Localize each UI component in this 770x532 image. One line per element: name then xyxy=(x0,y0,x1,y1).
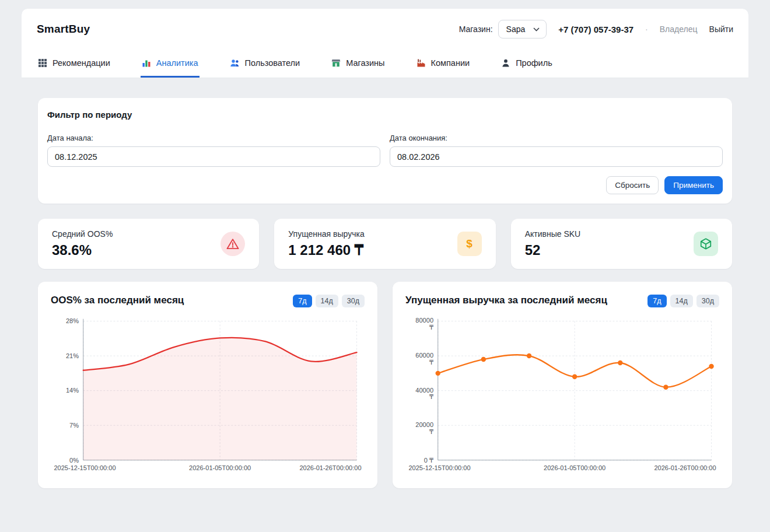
stat-card-active-sku: Активные SKU 52 xyxy=(511,219,732,269)
tab-stores[interactable]: Магазины xyxy=(330,50,386,78)
nav-tabs: Рекомендации Аналитика Пользователи Мага… xyxy=(22,50,748,78)
stat-label: Активные SKU xyxy=(525,229,581,239)
grid-icon xyxy=(38,58,47,68)
dollar-icon: $ xyxy=(457,232,482,256)
logout-button[interactable]: Выйти xyxy=(709,24,733,34)
period-7d-button[interactable]: 7д xyxy=(648,295,666,307)
tab-label: Магазины xyxy=(346,58,384,68)
svg-text:28%: 28% xyxy=(66,317,79,324)
svg-text:2025-12-15T00:00:00: 2025-12-15T00:00:00 xyxy=(408,464,470,471)
users-icon xyxy=(230,58,240,68)
end-date-label: Дата окончания: xyxy=(390,134,723,142)
period-filter-card: Фильтр по периоду Дата начала: Дата окон… xyxy=(38,98,732,204)
tab-profile[interactable]: Профиль xyxy=(500,50,554,78)
oos-chart: 0%7%14%21%28%2025-12-15T00:00:002026-01-… xyxy=(51,314,365,482)
start-date-input[interactable] xyxy=(47,146,380,167)
svg-text:14%: 14% xyxy=(66,387,79,394)
period-30d-button[interactable]: 30д xyxy=(342,295,365,307)
svg-text:2026-01-05T00:00:00: 2026-01-05T00:00:00 xyxy=(189,464,251,471)
dollar-glyph: $ xyxy=(466,237,473,250)
period-14d-button[interactable]: 14д xyxy=(316,295,338,307)
period-toggle: 7д 14д 30д xyxy=(293,295,365,307)
tab-analytics[interactable]: Аналитика xyxy=(141,50,200,78)
phone-number: +7 (707) 057-39-37 xyxy=(558,24,634,34)
app-container: SmartBuy Магазин: Sapa +7 (707) 057-39-3… xyxy=(22,9,748,523)
svg-text:2025-12-15T00:00:00: 2025-12-15T00:00:00 xyxy=(54,464,116,471)
tab-label: Рекомендации xyxy=(52,58,110,68)
header-right: Магазин: Sapa +7 (707) 057-39-37 · Владе… xyxy=(459,20,733,38)
stat-value: 52 xyxy=(525,242,581,258)
svg-text:₸: ₸ xyxy=(429,428,433,435)
period-7d-button[interactable]: 7д xyxy=(293,295,312,307)
svg-text:40000: 40000 xyxy=(415,387,433,394)
filter-actions: Сбросить Применить xyxy=(47,176,723,194)
svg-text:0%: 0% xyxy=(69,457,79,464)
stores-icon xyxy=(331,58,341,68)
revenue-chart: 0 ₸20000₸40000₸60000₸80000₸2025-12-15T00… xyxy=(405,314,719,482)
stat-card-oos: Средний OOS% 38.6% xyxy=(38,219,259,269)
brand-logo: SmartBuy xyxy=(37,23,90,36)
tab-users[interactable]: Пользователи xyxy=(229,50,302,78)
store-group: Магазин: Sapa xyxy=(459,20,547,38)
revenue-chart-card: Упущенная выручка за последний месяц 7д … xyxy=(393,282,732,488)
tab-label: Компании xyxy=(431,58,470,68)
store-select-value: Sapa xyxy=(506,24,526,34)
tab-label: Аналитика xyxy=(156,58,198,68)
stat-card-lost-revenue: Упущенная выручка 1 212 460 ₸ $ xyxy=(274,219,495,269)
chevron-down-icon xyxy=(533,27,540,32)
main-content: Фильтр по периоду Дата начала: Дата окон… xyxy=(22,78,748,488)
filter-title: Фильтр по периоду xyxy=(47,110,723,120)
svg-text:21%: 21% xyxy=(66,352,79,359)
companies-icon xyxy=(416,58,426,68)
svg-text:2026-01-05T00:00:00: 2026-01-05T00:00:00 xyxy=(544,464,606,471)
analytics-icon xyxy=(142,58,151,68)
charts-row: OOS% за последний месяц 7д 14д 30д 0%7%1… xyxy=(38,282,732,488)
stat-label: Упущенная выручка xyxy=(288,229,364,239)
user-role: Владелец xyxy=(660,24,698,34)
end-date-input[interactable] xyxy=(390,146,723,167)
separator-dot: · xyxy=(645,24,648,34)
svg-text:₸: ₸ xyxy=(429,393,433,400)
store-select[interactable]: Sapa xyxy=(498,20,547,38)
end-date-field: Дата окончания: xyxy=(390,134,723,167)
period-14d-button[interactable]: 14д xyxy=(670,295,693,307)
tab-label: Пользователи xyxy=(245,58,300,68)
profile-icon xyxy=(501,58,510,68)
reset-button[interactable]: Сбросить xyxy=(606,176,659,194)
svg-text:2026-01-26T00:00:00: 2026-01-26T00:00:00 xyxy=(654,464,716,471)
stat-value: 38.6% xyxy=(52,242,113,258)
tab-label: Профиль xyxy=(516,58,552,68)
stats-row: Средний OOS% 38.6% Упущенная выручка 1 2… xyxy=(38,219,732,269)
svg-text:₸: ₸ xyxy=(429,324,433,331)
filter-fields: Дата начала: Дата окончания: xyxy=(47,134,723,167)
svg-text:2026-01-26T00:00:00: 2026-01-26T00:00:00 xyxy=(299,464,361,471)
svg-text:₸: ₸ xyxy=(429,359,433,366)
svg-text:80000: 80000 xyxy=(415,317,433,324)
stat-value: 1 212 460 ₸ xyxy=(288,242,364,258)
start-date-label: Дата начала: xyxy=(47,134,380,142)
stat-label: Средний OOS% xyxy=(52,229,113,239)
chart-title: OOS% за последний месяц xyxy=(51,295,184,306)
svg-text:20000: 20000 xyxy=(415,421,433,428)
chart-head: Упущенная выручка за последний месяц 7д … xyxy=(405,295,719,307)
period-30d-button[interactable]: 30д xyxy=(696,295,719,307)
chart-title: Упущенная выручка за последний месяц xyxy=(405,295,607,306)
chart-head: OOS% за последний месяц 7д 14д 30д xyxy=(51,295,365,307)
svg-text:7%: 7% xyxy=(69,422,79,429)
tab-companies[interactable]: Компании xyxy=(415,50,471,78)
start-date-field: Дата начала: xyxy=(47,134,380,167)
apply-button[interactable]: Применить xyxy=(664,176,723,194)
svg-text:60000: 60000 xyxy=(415,352,433,359)
cube-icon xyxy=(694,232,718,256)
store-label: Магазин: xyxy=(459,24,493,34)
svg-text:0 ₸: 0 ₸ xyxy=(424,457,433,464)
header: SmartBuy Магазин: Sapa +7 (707) 057-39-3… xyxy=(22,9,748,50)
tab-recommendations[interactable]: Рекомендации xyxy=(37,50,111,78)
warning-icon xyxy=(220,232,245,256)
period-toggle: 7д 14д 30д xyxy=(648,295,719,307)
oos-chart-card: OOS% за последний месяц 7д 14д 30д 0%7%1… xyxy=(38,282,377,488)
